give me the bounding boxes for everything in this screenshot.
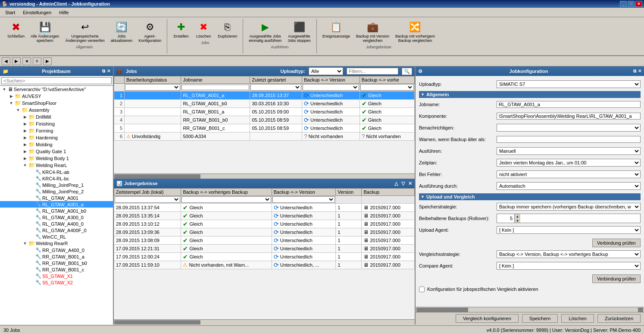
tree-item-wincc-rl[interactable]: 🔧 WinCC_RL: [0, 233, 113, 240]
tree-item-milling2[interactable]: 🔧 Milling_JointPrep_2: [0, 188, 113, 195]
table-row[interactable]: 5RR_GTAW_B001_c05.10.2015 08:59⟳ Untersc…: [114, 124, 415, 132]
filter-jer-backupprev[interactable]: [181, 196, 271, 203]
jobs-scrollbar[interactable]: [114, 173, 415, 179]
btn-events[interactable]: 📋 Ereignisanzeige: [320, 19, 352, 44]
tree-item-server[interactable]: ▼ 🖥 Serverarchiv "D:\vdServerArchive": [0, 86, 113, 93]
verbindung-btn1[interactable]: Verbindung prüfen: [592, 239, 641, 247]
btn-discard[interactable]: ↩ Ungespeicherte Änderungen verwerfen: [63, 19, 107, 44]
nav-arrow[interactable]: ▶: [43, 57, 52, 65]
tree-item-drillmill[interactable]: ▶ 📁 DrillMill: [0, 113, 113, 120]
maximize-btn[interactable]: □: [628, 1, 635, 7]
jobspec-checkbox[interactable]: [419, 287, 425, 292]
jobs-table-scroll[interactable]: Bearbeitungsstatus Jobname Zuletzt gesta…: [114, 76, 415, 173]
table-row[interactable]: 28.09.2015 13:37:54✔ Gleich⟳ Unterschied…: [114, 204, 415, 212]
btn-save-all[interactable]: 💾 Alle Änderungen speichern: [28, 19, 62, 44]
btn-erstellen[interactable]: ✚ Erstellen: [171, 19, 191, 40]
tree-item-rr-gtaw-b001-b0[interactable]: 🔧 RR_GTAW_B001_b0: [0, 260, 113, 266]
config-uploadagent-select[interactable]: [ Kein ]: [497, 226, 641, 234]
table-row[interactable]: 6⚠ Unvollständig5000-A334? Nicht vorhand…: [114, 132, 415, 141]
tree-item-weldingrearL[interactable]: ▼ 📁 Welding RearL: [0, 162, 113, 169]
filter-jer-timestamp[interactable]: [115, 196, 180, 203]
table-row[interactable]: 17.09.2015 12:21:31✔ Gleich⟳ Unterschied…: [114, 245, 415, 253]
config-speicherstrategie-select[interactable]: Backup immer speichern (vorheriges Backu…: [497, 203, 641, 211]
tree-item-weldingbody1[interactable]: ▶ 📁 Welding Body 1: [0, 155, 113, 162]
tree-item-s5-gtaw-x1[interactable]: 🔧 S5_GTAW_X1: [0, 273, 113, 279]
tree-item-auvesy[interactable]: ▶ 📁 AUVESY: [0, 93, 113, 100]
jobs-search-btn[interactable]: 🔍: [402, 68, 412, 75]
table-row[interactable]: 4RR_GTAW_B001_b005.10.2015 08:59⟳ Unters…: [114, 116, 415, 124]
menu-einstellungen[interactable]: Einstellungen: [19, 8, 55, 17]
filter-lastrun-select[interactable]: [250, 84, 301, 91]
btn-loeschen[interactable]: ✖ Löschen: [193, 19, 214, 40]
panel-float-icon[interactable]: ⧉: [102, 69, 105, 74]
config-hscrollbar[interactable]: [416, 307, 644, 312]
tree-item-rl-gtaw-a001-a[interactable]: 🔧 RL_GTAW_A001_a: [0, 201, 113, 208]
table-row[interactable]: 28.09.2015 13:08:09✔ Gleich⟳ Unterschied…: [114, 236, 415, 245]
jobergebnisse-table-scroll[interactable]: Zeitstempel Job (lokal) Backup <-> vorhe…: [114, 188, 415, 319]
minimize-btn[interactable]: _: [620, 1, 627, 7]
table-row[interactable]: 2RL_GTAW_A001_b030.03.2016 10:30⟳ Unters…: [114, 100, 415, 108]
filter-backupversion-select[interactable]: [303, 84, 359, 91]
nav-forward[interactable]: ▶: [12, 57, 21, 65]
spinner-up[interactable]: ▲: [514, 214, 520, 218]
config-ausfuehrungdurch-select[interactable]: Automatisch: [497, 182, 641, 190]
config-vergleichsstrategie-select[interactable]: Backup <-> Version, Backup <-> vorherige…: [497, 250, 641, 258]
config-beifehler-select[interactable]: nicht aktiviert: [497, 170, 641, 178]
tree-item-finishing[interactable]: ▶ 📁 Finishing: [0, 120, 113, 127]
filter-backupprev-select[interactable]: [360, 84, 414, 91]
table-row[interactable]: 17.09.2015 12:00:24✔ Gleich⟳ Unterschied…: [114, 253, 415, 261]
config-jobname-input[interactable]: [497, 101, 641, 108]
zuruecksetzen-btn[interactable]: Zurücksetzen: [597, 314, 641, 323]
config-benachrichtigen-select[interactable]: [497, 124, 641, 132]
table-row[interactable]: 28.09.2015 13:09:36✔ Gleich⟳ Unterschied…: [114, 228, 415, 236]
filter-name-input[interactable]: [181, 85, 249, 90]
tree-item-rl-gtaw-a400[interactable]: 🔧 RL_GTAW_A400_0: [0, 221, 113, 227]
vergleich-konfigurieren-btn[interactable]: Vergleich konfigurieren: [456, 314, 519, 323]
btn-refresh[interactable]: 🔄 Jobs aktualisieren: [109, 19, 135, 44]
verbindung-btn2[interactable]: Verbindung prüfen: [592, 274, 641, 283]
btn-run[interactable]: ▶ Ausgewählte Jobs einmalig ausführen: [247, 19, 284, 44]
filter-status-select[interactable]: [125, 84, 180, 91]
nav-back[interactable]: ◀: [2, 57, 10, 65]
menu-hilfe[interactable]: Hilfe: [56, 8, 72, 17]
section-upload[interactable]: ▼ Upload und Vergleich: [419, 193, 641, 200]
section-allgemein[interactable]: ▼ Allgemein: [419, 91, 641, 98]
panel-close-icon[interactable]: ✕: [107, 69, 110, 74]
config-uploadtyp-select[interactable]: SIMATIC S7 KRC4: [497, 80, 641, 88]
beibehaltene-input[interactable]: [497, 214, 514, 223]
config-ausfuehren-select[interactable]: Manuell: [497, 147, 641, 155]
tree-item-weldingrearR[interactable]: ▼ 📁 Welding RearR: [0, 240, 113, 247]
jobergebnisse-close[interactable]: ✕: [408, 181, 412, 186]
tree-item-s5-gtaw-x2[interactable]: 🔧 S5_GTAW_X2: [0, 279, 113, 286]
tree-item-rl-gtaw-a001[interactable]: 🔧 RL_GTAW_A001: [0, 195, 113, 201]
jobergebnisse-resize-down[interactable]: ▽: [401, 181, 405, 186]
tree-item-krc4-rl-ab[interactable]: 🔧 KRC4-RL-ab: [0, 169, 113, 175]
btn-agent[interactable]: ⚙ Agent- Konfiguration: [136, 19, 163, 44]
tree-item-milling1[interactable]: 🔧 Milling_JointPrep_1: [0, 182, 113, 188]
nav-list[interactable]: ≡: [33, 57, 41, 65]
tree-item-rl-gtaw-a001-b0[interactable]: 🔧 RL_GTAW_A001_b0: [0, 208, 113, 214]
spinner-down[interactable]: ▼: [514, 218, 520, 223]
close-btn[interactable]: ✕: [635, 1, 642, 7]
tree-item-rr-gtaw-a400[interactable]: 🔧 RR_GTAW_A400_0: [0, 247, 113, 253]
tree-item-assembly[interactable]: ▼ 📁 Assembly: [0, 107, 113, 113]
tree-item-qualitygate1[interactable]: ▶ 📁 Quality Gate 1: [0, 148, 113, 155]
tree-item-forming[interactable]: ▶ 📁 Forming: [0, 127, 113, 134]
config-compareagent-select[interactable]: [ Kein ]: [497, 262, 641, 270]
jer-scrollbar[interactable]: [114, 319, 415, 325]
tree-item-rl-gtaw-a300[interactable]: 🔧 RL_GTAW_A300_0: [0, 214, 113, 221]
search-input[interactable]: [1, 77, 112, 84]
btn-backup-version[interactable]: 💼 Backup mit Version vergleichen: [354, 19, 391, 44]
btn-stop[interactable]: ⬛ Ausgewählte Jobs stoppen: [285, 19, 313, 44]
tree-item-rl-gtaw-a400f[interactable]: 🔧 RL_GTAW_A400F_0: [0, 227, 113, 233]
tree-item-rr-gtaw-b001-a[interactable]: 🔧 RR_GTAW_B001_a: [0, 253, 113, 260]
tree-item-smartshopfloor[interactable]: ▼ 📁 SmartShopFloor: [0, 100, 113, 107]
jobconfig-float-icon[interactable]: ⧉: [633, 69, 636, 74]
tree-item-hardening[interactable]: ▶ 📁 Hardening: [0, 134, 113, 141]
jobconfig-close-icon[interactable]: ✕: [638, 69, 641, 74]
config-zeitplan-select[interactable]: Jeden vierten Montag des Jan., um 01:00: [497, 159, 641, 167]
config-warnen-input[interactable]: [497, 136, 641, 143]
btn-duplizieren[interactable]: ⎘ Duplizieren: [216, 19, 239, 40]
table-row[interactable]: 1RL_GTAW_A001_a28.09.2015 13:37⟳ Untersc…: [114, 91, 415, 100]
table-row[interactable]: 17.09.2015 11:59:10⚠ Nicht vorhanden, mi…: [114, 261, 415, 269]
